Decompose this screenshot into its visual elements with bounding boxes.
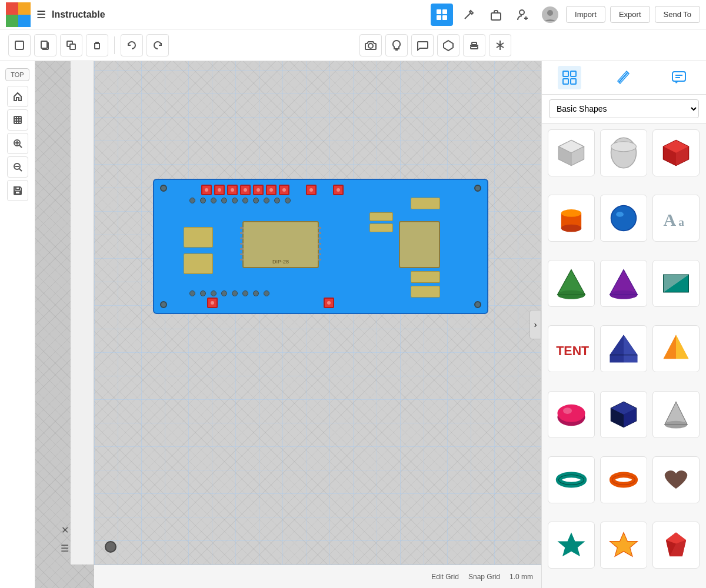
svg-rect-36 <box>15 191 20 194</box>
new-btn[interactable] <box>8 34 31 56</box>
shape-torus-teal[interactable] <box>548 456 595 503</box>
suitcase-btn[interactable] <box>485 4 507 26</box>
shape-cylinder-orange[interactable] <box>548 195 595 242</box>
right-panel: Basic Shapes <box>541 61 706 588</box>
logo-cell-br <box>18 15 31 27</box>
pickaxe-btn[interactable] <box>458 4 480 26</box>
canvas-area[interactable]: DIP-28 <box>35 61 541 588</box>
bottom-bar: Edit Grid Snap Grid 1.0 mm <box>94 564 541 588</box>
arduino-board[interactable]: DIP-28 <box>153 179 488 314</box>
logo-cell-tr <box>18 2 31 15</box>
save-btn[interactable] <box>7 180 28 201</box>
ic-pin <box>318 243 321 245</box>
snap-grid-value[interactable]: 1.0 mm <box>509 573 533 581</box>
pcb-dot <box>232 290 238 296</box>
duplicate-btn[interactable] <box>60 34 82 56</box>
shapes-dropdown[interactable]: Basic Shapes <box>549 99 699 118</box>
comp-small-1 <box>411 198 440 209</box>
hamburger-icon[interactable]: ☰ <box>36 8 46 21</box>
menu-btn[interactable]: ☰ <box>58 540 71 556</box>
shape-text-tent[interactable]: TENT <box>548 325 595 372</box>
shape-star-teal[interactable] <box>548 522 595 569</box>
svg-line-33 <box>19 169 22 171</box>
grid-view-btn[interactable] <box>431 4 453 26</box>
import-btn[interactable]: Import <box>566 6 605 23</box>
view-label: TOP <box>5 68 29 81</box>
svg-rect-20 <box>472 42 477 45</box>
shape-box-red[interactable] <box>652 129 700 176</box>
ic-pin <box>240 259 244 260</box>
small-ic-1 <box>369 212 393 221</box>
shape-box-navy[interactable] <box>600 391 647 438</box>
svg-point-55 <box>561 209 581 217</box>
delete-btn[interactable] <box>86 34 108 56</box>
close-panel-btn[interactable]: ✕ <box>59 522 71 538</box>
shape-torus-orange[interactable] <box>600 456 647 503</box>
ic-pin <box>318 238 321 239</box>
pcb-dot <box>221 198 227 203</box>
shape-pyramid-yellow[interactable] <box>652 325 700 372</box>
svg-point-81 <box>563 407 572 414</box>
svg-point-6 <box>519 10 524 15</box>
collapse-panel-btn[interactable]: › <box>530 310 541 339</box>
red-pin-8 <box>306 185 317 195</box>
edit-grid-label[interactable]: Edit Grid <box>431 573 459 581</box>
svg-line-29 <box>19 145 22 148</box>
shape-box-white-2[interactable] <box>600 129 647 176</box>
bottom-left-icons: ✕ ☰ <box>35 520 94 559</box>
zoom-in-btn[interactable] <box>7 133 28 154</box>
shape-ellipsoid-pink[interactable] <box>548 391 595 438</box>
pcb-dot <box>200 290 206 296</box>
svg-line-4 <box>465 13 471 19</box>
tinkercad-logo[interactable] <box>6 2 31 27</box>
svg-marker-77 <box>664 335 676 359</box>
fit-view-btn[interactable] <box>7 109 28 131</box>
svg-rect-13 <box>41 41 47 48</box>
mirror-btn[interactable] <box>489 34 511 56</box>
corner-dot-bl <box>160 301 167 308</box>
red-pins-bottom <box>207 298 334 308</box>
shape-cone-purple[interactable] <box>600 260 647 307</box>
shape-star-yellow[interactable] <box>600 522 647 569</box>
zoom-out-btn[interactable] <box>7 156 28 178</box>
ic-label: DIP-28 <box>272 259 289 265</box>
red-pin-9 <box>333 185 344 195</box>
small-ic-2 <box>369 223 393 232</box>
bottom-dots-row <box>189 290 269 296</box>
copy-btn[interactable] <box>34 34 56 56</box>
header: ☰ Instructable <box>0 0 706 29</box>
home-view-btn[interactable] <box>7 86 28 107</box>
avatar-btn[interactable] <box>539 4 561 26</box>
ic-pin <box>240 227 244 229</box>
shapes-selector: Basic Shapes <box>542 95 706 123</box>
svg-rect-3 <box>442 15 447 20</box>
comp-box-2 <box>184 253 213 274</box>
camera-btn[interactable] <box>359 34 382 56</box>
lightbulb-btn[interactable] <box>385 34 408 56</box>
shape-wedge-teal[interactable] <box>652 260 700 307</box>
grid-panel-tab[interactable] <box>558 66 581 89</box>
logo-cell-bl <box>6 15 18 27</box>
send-to-btn[interactable]: Send To <box>655 6 700 23</box>
shape-cone-green[interactable] <box>548 260 595 307</box>
shape-cone-gray[interactable] <box>652 391 700 438</box>
align-btn[interactable] <box>463 34 485 56</box>
shape-box-white-1[interactable] <box>548 129 595 176</box>
comp-small-2 <box>411 271 440 283</box>
shape-sphere-blue[interactable] <box>600 195 647 242</box>
shape-prism-navy[interactable] <box>600 325 647 372</box>
polygon-btn[interactable] <box>437 34 459 56</box>
pcb-dot <box>253 198 259 203</box>
undo-btn[interactable] <box>121 34 143 56</box>
ruler-panel-tab[interactable] <box>612 66 636 89</box>
shape-text[interactable]: A a <box>652 195 700 242</box>
svg-rect-15 <box>70 44 75 49</box>
add-user-btn[interactable] <box>512 4 534 26</box>
ic-pin <box>318 248 321 250</box>
comment-btn[interactable] <box>411 34 434 56</box>
chat-panel-tab[interactable] <box>667 66 691 89</box>
export-btn[interactable]: Export <box>610 6 650 23</box>
shape-gem-red[interactable] <box>652 522 700 569</box>
shape-heart-brown[interactable] <box>652 456 700 503</box>
redo-btn[interactable] <box>146 34 169 56</box>
